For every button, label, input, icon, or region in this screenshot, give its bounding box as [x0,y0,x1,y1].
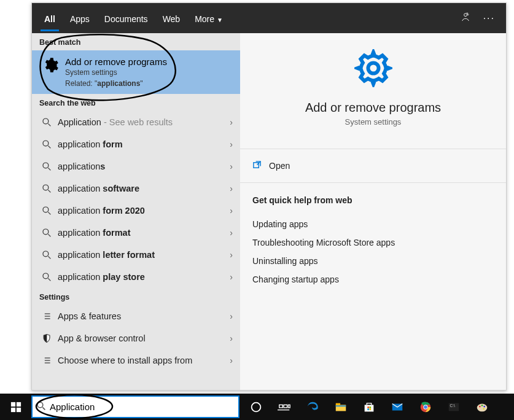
chevron-right-icon: › [230,356,233,365]
svg-point-57 [479,405,481,407]
svg-rect-40 [288,405,290,408]
start-button[interactable] [0,394,31,420]
svg-point-53 [424,405,427,409]
store-icon[interactable] [355,394,383,420]
chevron-right-icon: › [230,184,233,193]
svg-point-59 [483,405,485,407]
web-result-text: application play store [54,272,230,282]
svg-line-8 [48,190,50,192]
svg-rect-34 [16,407,20,411]
results-column: Best match Add or remove programs System… [32,33,240,390]
help-link[interactable]: Uninstalling apps [252,252,494,270]
best-match-title: Add or remove programs [65,56,167,67]
svg-rect-49 [369,408,371,410]
detail-title: Add or remove programs [305,101,441,115]
svg-rect-47 [369,406,371,408]
tab-more[interactable]: More▼ [187,6,230,31]
web-result[interactable]: Application - See web results › [32,111,240,133]
svg-point-29 [368,63,378,73]
web-result-text: application software [54,184,230,193]
help-link[interactable]: Changing startup apps [252,270,494,289]
svg-line-10 [48,212,50,214]
settings-result[interactable]: Choose where to install apps from › [32,349,240,371]
svg-rect-43 [336,403,340,405]
tab-all[interactable]: All [37,6,63,31]
svg-point-3 [43,141,49,146]
settings-result-text: Apps & features [54,311,230,321]
paint-icon[interactable] [468,394,496,420]
search-icon [39,117,54,127]
settings-result[interactable]: App & browser control › [32,327,240,349]
web-result[interactable]: application letter format › [32,244,240,266]
svg-rect-48 [367,408,369,410]
search-icon [39,272,54,282]
search-icon [39,228,54,238]
svg-line-12 [48,234,50,236]
detail-subtitle: System settings [345,117,402,126]
svg-line-16 [48,278,50,281]
detail-column: Add or remove programs System settings O… [240,33,506,390]
tab-web[interactable]: Web [155,6,188,31]
svg-point-9 [43,207,49,212]
more-options-icon[interactable]: ··· [477,13,501,24]
svg-line-4 [48,146,50,148]
taskbar-search-box[interactable] [31,395,239,418]
svg-point-60 [483,408,485,410]
gear-icon [42,56,59,88]
search-web-header: Search the web [32,94,240,111]
best-match-related: Related: "applications" [65,79,167,88]
svg-point-0 [464,13,467,16]
web-result[interactable]: application software › [32,177,240,200]
web-result[interactable]: application format › [32,222,240,244]
web-result[interactable]: application play store › [32,266,240,288]
chevron-right-icon: › [230,250,233,260]
chevron-right-icon: › [230,228,233,238]
web-result[interactable]: applications › [32,155,240,177]
mail-icon[interactable] [383,394,411,420]
web-result[interactable]: application form 2020 › [32,200,240,222]
svg-point-7 [43,185,49,190]
file-explorer-icon[interactable] [327,394,355,420]
svg-point-13 [43,251,49,257]
chevron-right-icon: › [230,311,233,321]
open-label: Open [269,161,290,171]
search-icon [39,206,54,216]
open-action[interactable]: Open [240,155,506,176]
svg-rect-31 [10,402,15,406]
search-panel: All Apps Documents Web More▼ ··· Best ma… [31,2,507,391]
tab-documents[interactable]: Documents [97,6,155,31]
tab-apps[interactable]: Apps [63,6,97,31]
terminal-icon[interactable]: C:\ [440,394,468,420]
chevron-right-icon: › [230,333,233,343]
chevron-right-icon: › [230,139,233,149]
search-icon [36,401,46,413]
gear-icon [354,49,392,90]
web-result-text: application form 2020 [54,206,230,216]
svg-line-36 [42,407,45,410]
best-match-header: Best match [32,33,240,50]
detail-actions: Open [240,149,506,183]
feedback-icon[interactable] [454,12,477,25]
help-link[interactable]: Updating apps [252,215,494,233]
best-match-subtitle: System settings [65,68,167,77]
task-view-icon[interactable] [270,394,298,420]
help-link[interactable]: Troubleshooting Microsoft Store apps [252,233,494,252]
web-result[interactable]: application form › [32,133,240,155]
svg-text:C:\: C:\ [450,403,455,408]
chevron-right-icon: › [230,117,233,127]
chevron-right-icon: › [230,206,233,216]
web-result-text: application form [54,139,230,149]
quick-help: Get quick help from web Updating appsTro… [240,183,506,289]
chevron-down-icon: ▼ [217,17,223,23]
best-match-item[interactable]: Add or remove programs System settings R… [32,50,240,94]
svg-point-11 [43,229,49,235]
settings-result[interactable]: Apps & features › [32,305,240,327]
chrome-icon[interactable] [411,394,440,420]
cortana-icon[interactable] [242,394,270,420]
search-input[interactable] [46,402,235,412]
search-icon [39,161,54,171]
edge-icon[interactable] [298,394,327,420]
search-icon [39,184,54,193]
open-icon [252,160,262,171]
svg-point-37 [252,402,261,411]
